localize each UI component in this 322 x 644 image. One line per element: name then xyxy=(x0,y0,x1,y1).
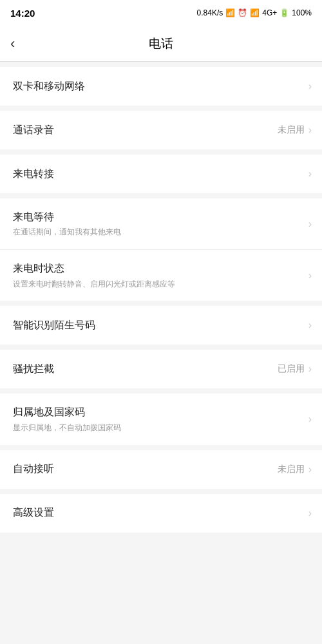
menu-item-call-status[interactable]: 来电时状态设置来电时翻转静音、启用闪光灯或距离感应等› xyxy=(0,250,322,301)
status-time: 14:20 xyxy=(10,8,35,19)
menu-item-title-advanced-settings: 高级设置 xyxy=(13,506,308,520)
signal-text: 4G+ xyxy=(262,8,277,17)
menu-item-left-auto-answer: 自动接听 xyxy=(13,462,278,476)
menu-item-left-call-status: 来电时状态设置来电时翻转静音、启用闪光灯或距离感应等 xyxy=(13,261,308,289)
menu-item-left-location-country: 归属地及国家码显示归属地，不自动加拨国家码 xyxy=(13,405,308,433)
menu-item-auto-answer[interactable]: 自动接听未启用› xyxy=(0,450,322,489)
menu-group-group6: 骚扰拦截已启用› xyxy=(0,350,322,388)
menu-group-group3: 来电转接› xyxy=(0,155,322,193)
menu-item-advanced-settings[interactable]: 高级设置› xyxy=(0,494,322,533)
menu-group-group4: 来电等待在通话期间，通知我有其他来电›来电时状态设置来电时翻转静音、启用闪光灯或… xyxy=(0,198,322,301)
menu-item-status-harassment-block: 已启用 xyxy=(278,363,305,375)
menu-item-left-call-forwarding: 来电转接 xyxy=(13,167,308,181)
chevron-right-icon: › xyxy=(308,80,312,92)
page-title: 电话 xyxy=(149,35,173,52)
menu-item-smart-identify[interactable]: 智能识别陌生号码› xyxy=(0,306,322,345)
chevron-right-icon: › xyxy=(308,124,312,136)
chevron-right-icon: › xyxy=(308,319,312,331)
menu-item-right-advanced-settings: › xyxy=(308,507,312,519)
menu-item-title-location-country: 归属地及国家码 xyxy=(13,405,308,419)
menu-item-title-harassment-block: 骚扰拦截 xyxy=(13,362,278,376)
alarm-icon: ⏰ xyxy=(238,8,247,17)
menu-item-right-smart-identify: › xyxy=(308,319,312,331)
menu-item-call-waiting[interactable]: 来电等待在通话期间，通知我有其他来电› xyxy=(0,198,322,250)
menu-item-title-smart-identify: 智能识别陌生号码 xyxy=(13,318,308,332)
battery-icon: 🔋 xyxy=(279,8,289,17)
menu-item-left-harassment-block: 骚扰拦截 xyxy=(13,362,278,376)
menu-item-right-location-country: › xyxy=(308,413,312,425)
menu-item-call-recording[interactable]: 通话录音未启用› xyxy=(0,111,322,149)
menu-item-left-call-recording: 通话录音 xyxy=(13,123,278,137)
network-speed: 0.84K/s xyxy=(197,8,223,17)
menu-group-group1: 双卡和移动网络› xyxy=(0,67,322,106)
settings-content: 双卡和移动网络›通话录音未启用›来电转接›来电等待在通话期间，通知我有其他来电›… xyxy=(0,67,322,533)
menu-item-title-call-recording: 通话录音 xyxy=(13,123,278,137)
menu-item-left-smart-identify: 智能识别陌生号码 xyxy=(13,318,308,332)
menu-item-subtitle-location-country: 显示归属地，不自动加拨国家码 xyxy=(13,422,308,433)
menu-group-group2: 通话录音未启用› xyxy=(0,111,322,149)
chevron-right-icon: › xyxy=(308,363,312,375)
menu-group-group7: 归属地及国家码显示归属地，不自动加拨国家码› xyxy=(0,393,322,444)
menu-item-subtitle-call-waiting: 在通话期间，通知我有其他来电 xyxy=(13,227,308,238)
menu-item-title-auto-answer: 自动接听 xyxy=(13,462,278,476)
menu-item-dual-sim[interactable]: 双卡和移动网络› xyxy=(0,67,322,106)
battery-text: 100% xyxy=(292,8,312,17)
menu-item-left-dual-sim: 双卡和移动网络 xyxy=(13,79,308,93)
menu-item-right-harassment-block: 已启用› xyxy=(278,363,312,375)
menu-item-status-call-recording: 未启用 xyxy=(278,124,305,136)
back-icon: ‹ xyxy=(10,35,15,52)
bluetooth-icon: 📶 xyxy=(225,8,235,17)
menu-item-right-call-waiting: › xyxy=(308,218,312,230)
chevron-right-icon: › xyxy=(308,218,312,230)
back-button[interactable]: ‹ xyxy=(10,34,20,53)
menu-item-title-call-forwarding: 来电转接 xyxy=(13,167,308,181)
menu-item-location-country[interactable]: 归属地及国家码显示归属地，不自动加拨国家码› xyxy=(0,393,322,444)
menu-group-group5: 智能识别陌生号码› xyxy=(0,306,322,345)
menu-item-right-dual-sim: › xyxy=(308,80,312,92)
chevron-right-icon: › xyxy=(308,464,312,475)
menu-item-title-dual-sim: 双卡和移动网络 xyxy=(13,79,308,93)
menu-item-right-auto-answer: 未启用› xyxy=(278,464,312,475)
menu-item-harassment-block[interactable]: 骚扰拦截已启用› xyxy=(0,350,322,388)
menu-item-status-auto-answer: 未启用 xyxy=(278,464,305,475)
chevron-right-icon: › xyxy=(308,168,312,180)
chevron-right-icon: › xyxy=(308,507,312,519)
menu-group-group8: 自动接听未启用› xyxy=(0,450,322,489)
menu-item-title-call-waiting: 来电等待 xyxy=(13,210,308,224)
menu-item-left-advanced-settings: 高级设置 xyxy=(13,506,308,520)
header: ‹ 电话 xyxy=(0,26,322,62)
menu-item-subtitle-call-status: 设置来电时翻转静音、启用闪光灯或距离感应等 xyxy=(13,279,308,290)
signal-icon: 📶 xyxy=(250,8,260,17)
status-icons: 0.84K/s 📶 ⏰ 📶 4G+ 🔋 100% xyxy=(197,8,312,17)
menu-item-call-forwarding[interactable]: 来电转接› xyxy=(0,155,322,193)
menu-group-group9: 高级设置› xyxy=(0,494,322,533)
chevron-right-icon: › xyxy=(308,413,312,425)
status-bar: 14:20 0.84K/s 📶 ⏰ 📶 4G+ 🔋 100% xyxy=(0,0,322,26)
menu-item-title-call-status: 来电时状态 xyxy=(13,261,308,276)
menu-item-right-call-status: › xyxy=(308,270,312,281)
menu-item-right-call-forwarding: › xyxy=(308,168,312,180)
menu-item-left-call-waiting: 来电等待在通话期间，通知我有其他来电 xyxy=(13,210,308,238)
chevron-right-icon: › xyxy=(308,270,312,281)
menu-item-right-call-recording: 未启用› xyxy=(278,124,312,136)
